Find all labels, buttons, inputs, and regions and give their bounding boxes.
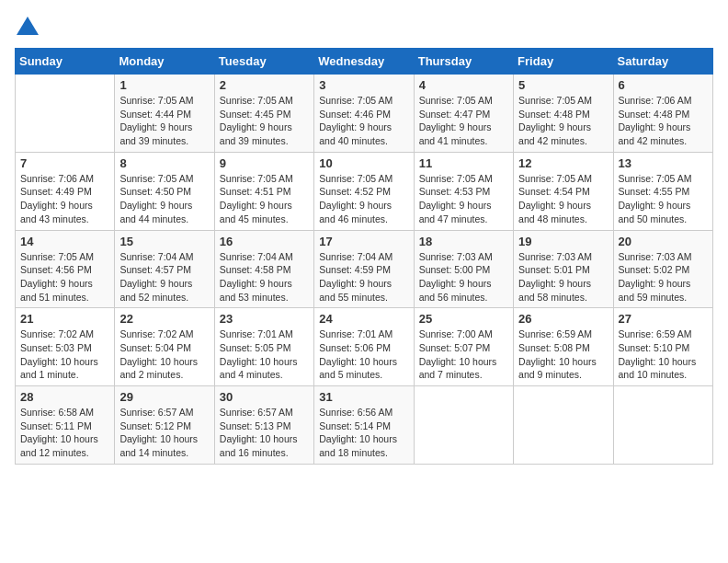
day-info: Sunrise: 7:01 AMSunset: 5:06 PMDaylight:… (319, 327, 408, 382)
calendar-cell: 21Sunrise: 7:02 AMSunset: 5:03 PMDayligh… (16, 308, 115, 386)
day-info: Sunrise: 7:05 AMSunset: 4:46 PMDaylight:… (319, 94, 408, 148)
day-number: 27 (619, 312, 708, 326)
day-info: Sunrise: 7:00 AMSunset: 5:07 PMDaylight:… (419, 327, 508, 382)
calendar-week-4: 21Sunrise: 7:02 AMSunset: 5:03 PMDayligh… (16, 308, 713, 386)
day-info: Sunrise: 7:02 AMSunset: 5:04 PMDaylight:… (119, 327, 209, 382)
day-header-monday: Monday (115, 49, 214, 75)
day-info: Sunrise: 7:03 AMSunset: 5:00 PMDaylight:… (419, 250, 508, 304)
day-info: Sunrise: 6:57 AMSunset: 5:12 PMDaylight:… (119, 406, 209, 460)
calendar-cell: 14Sunrise: 7:05 AMSunset: 4:56 PMDayligh… (16, 230, 115, 308)
day-header-sunday: Sunday (16, 49, 115, 75)
svg-rect-1 (24, 29, 31, 35)
day-number: 14 (20, 235, 109, 248)
day-number: 31 (319, 390, 408, 404)
day-number: 29 (119, 390, 209, 404)
day-info: Sunrise: 6:57 AMSunset: 5:13 PMDaylight:… (220, 406, 309, 460)
day-info: Sunrise: 7:05 AMSunset: 4:47 PMDaylight:… (419, 94, 508, 148)
day-info: Sunrise: 7:05 AMSunset: 4:51 PMDaylight:… (220, 172, 309, 226)
day-number: 7 (20, 156, 109, 170)
day-number: 4 (419, 78, 508, 92)
calendar-week-5: 28Sunrise: 6:58 AMSunset: 5:11 PMDayligh… (16, 386, 713, 465)
day-header-thursday: Thursday (414, 49, 513, 75)
day-info: Sunrise: 6:59 AMSunset: 5:08 PMDaylight:… (518, 327, 608, 382)
calendar-cell: 12Sunrise: 7:05 AMSunset: 4:54 PMDayligh… (514, 152, 613, 230)
calendar-cell: 17Sunrise: 7:04 AMSunset: 4:59 PMDayligh… (314, 230, 414, 308)
day-number: 10 (319, 156, 408, 170)
calendar-week-3: 14Sunrise: 7:05 AMSunset: 4:56 PMDayligh… (16, 230, 713, 308)
day-header-friday: Friday (514, 49, 613, 75)
day-info: Sunrise: 7:05 AMSunset: 4:52 PMDaylight:… (319, 172, 408, 226)
calendar-cell (613, 386, 712, 465)
calendar-cell: 9Sunrise: 7:05 AMSunset: 4:51 PMDaylight… (214, 152, 313, 230)
day-info: Sunrise: 7:04 AMSunset: 4:59 PMDaylight:… (319, 250, 408, 304)
day-info: Sunrise: 7:05 AMSunset: 4:48 PMDaylight:… (518, 94, 608, 148)
day-number: 13 (619, 156, 708, 170)
day-number: 23 (220, 312, 309, 326)
calendar-cell: 22Sunrise: 7:02 AMSunset: 5:04 PMDayligh… (115, 308, 214, 386)
calendar-cell: 24Sunrise: 7:01 AMSunset: 5:06 PMDayligh… (314, 308, 414, 386)
calendar-cell: 16Sunrise: 7:04 AMSunset: 4:58 PMDayligh… (214, 230, 313, 308)
calendar-cell: 29Sunrise: 6:57 AMSunset: 5:12 PMDayligh… (115, 386, 214, 465)
logo (15, 15, 44, 40)
day-number: 22 (119, 312, 209, 326)
day-info: Sunrise: 7:01 AMSunset: 5:05 PMDaylight:… (220, 327, 309, 382)
day-number: 20 (619, 235, 708, 248)
calendar-cell: 28Sunrise: 6:58 AMSunset: 5:11 PMDayligh… (16, 386, 115, 465)
day-info: Sunrise: 7:05 AMSunset: 4:55 PMDaylight:… (619, 172, 708, 226)
day-number: 16 (220, 235, 309, 248)
calendar-cell: 15Sunrise: 7:04 AMSunset: 4:57 PMDayligh… (115, 230, 214, 308)
calendar-cell (16, 75, 115, 153)
header (15, 15, 713, 40)
day-info: Sunrise: 7:02 AMSunset: 5:03 PMDaylight:… (20, 327, 109, 382)
day-info: Sunrise: 6:56 AMSunset: 5:14 PMDaylight:… (319, 406, 408, 460)
day-number: 25 (419, 312, 508, 326)
day-number: 26 (518, 312, 608, 326)
calendar-header-row: SundayMondayTuesdayWednesdayThursdayFrid… (16, 49, 713, 75)
day-number: 2 (220, 78, 309, 92)
day-number: 30 (220, 390, 309, 404)
calendar-cell: 20Sunrise: 7:03 AMSunset: 5:02 PMDayligh… (613, 230, 712, 308)
calendar-week-1: 1Sunrise: 7:05 AMSunset: 4:44 PMDaylight… (16, 75, 713, 153)
calendar-cell: 3Sunrise: 7:05 AMSunset: 4:46 PMDaylight… (314, 75, 414, 153)
day-info: Sunrise: 7:05 AMSunset: 4:45 PMDaylight:… (220, 94, 309, 148)
calendar-cell: 30Sunrise: 6:57 AMSunset: 5:13 PMDayligh… (214, 386, 313, 465)
day-number: 6 (619, 78, 708, 92)
day-number: 8 (119, 156, 209, 170)
calendar-cell: 19Sunrise: 7:03 AMSunset: 5:01 PMDayligh… (514, 230, 613, 308)
day-info: Sunrise: 6:58 AMSunset: 5:11 PMDaylight:… (20, 406, 109, 460)
day-header-tuesday: Tuesday (214, 49, 313, 75)
day-number: 5 (518, 78, 608, 92)
day-info: Sunrise: 7:05 AMSunset: 4:53 PMDaylight:… (419, 172, 508, 226)
calendar-cell: 2Sunrise: 7:05 AMSunset: 4:45 PMDaylight… (214, 75, 313, 153)
day-number: 3 (319, 78, 408, 92)
calendar-cell: 31Sunrise: 6:56 AMSunset: 5:14 PMDayligh… (314, 386, 414, 465)
day-info: Sunrise: 7:06 AMSunset: 4:48 PMDaylight:… (619, 94, 708, 148)
day-header-wednesday: Wednesday (314, 49, 414, 75)
calendar-cell: 5Sunrise: 7:05 AMSunset: 4:48 PMDaylight… (514, 75, 613, 153)
calendar-cell: 13Sunrise: 7:05 AMSunset: 4:55 PMDayligh… (613, 152, 712, 230)
calendar-cell (514, 386, 613, 465)
calendar-cell: 6Sunrise: 7:06 AMSunset: 4:48 PMDaylight… (613, 75, 712, 153)
day-info: Sunrise: 7:05 AMSunset: 4:50 PMDaylight:… (119, 172, 209, 226)
calendar-cell: 7Sunrise: 7:06 AMSunset: 4:49 PMDaylight… (16, 152, 115, 230)
day-header-saturday: Saturday (613, 49, 712, 75)
day-number: 9 (220, 156, 309, 170)
day-number: 17 (319, 235, 408, 248)
day-info: Sunrise: 7:05 AMSunset: 4:56 PMDaylight:… (20, 250, 109, 304)
calendar-week-2: 7Sunrise: 7:06 AMSunset: 4:49 PMDaylight… (16, 152, 713, 230)
day-number: 12 (518, 156, 608, 170)
calendar-body: 1Sunrise: 7:05 AMSunset: 4:44 PMDaylight… (16, 75, 713, 465)
day-number: 24 (319, 312, 408, 326)
day-info: Sunrise: 7:04 AMSunset: 4:58 PMDaylight:… (220, 250, 309, 304)
day-info: Sunrise: 6:59 AMSunset: 5:10 PMDaylight:… (619, 327, 708, 382)
logo-icon (15, 15, 40, 40)
day-info: Sunrise: 7:03 AMSunset: 5:01 PMDaylight:… (518, 250, 608, 304)
calendar-cell: 10Sunrise: 7:05 AMSunset: 4:52 PMDayligh… (314, 152, 414, 230)
day-number: 19 (518, 235, 608, 248)
day-number: 1 (119, 78, 209, 92)
day-number: 18 (419, 235, 508, 248)
calendar-cell: 25Sunrise: 7:00 AMSunset: 5:07 PMDayligh… (414, 308, 513, 386)
day-info: Sunrise: 7:03 AMSunset: 5:02 PMDaylight:… (619, 250, 708, 304)
calendar-cell: 27Sunrise: 6:59 AMSunset: 5:10 PMDayligh… (613, 308, 712, 386)
day-info: Sunrise: 7:05 AMSunset: 4:44 PMDaylight:… (119, 94, 209, 148)
